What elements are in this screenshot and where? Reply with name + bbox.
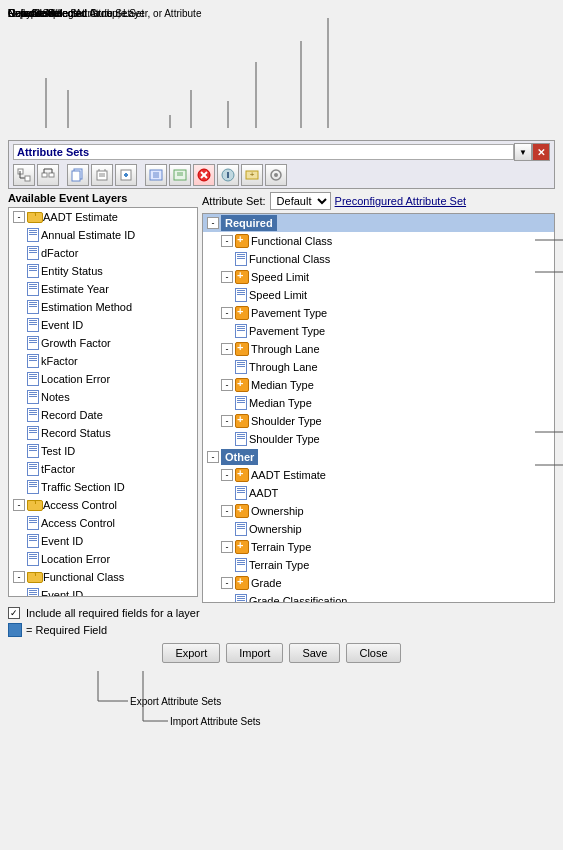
legend-row: = Required Field	[8, 623, 555, 637]
doc-icon	[235, 432, 247, 446]
item-label: Terrain Type	[251, 539, 311, 555]
list-item[interactable]: - Median Type	[203, 376, 554, 394]
list-item[interactable]: Record Status	[9, 424, 197, 442]
expand-icon[interactable]: -	[221, 541, 233, 553]
group-title-label: Required	[221, 215, 277, 231]
list-item[interactable]: - Shoulder Type	[203, 412, 554, 430]
expand-icon[interactable]: -	[221, 415, 233, 427]
remove-group-layer-button[interactable]	[193, 164, 215, 186]
expand-icon[interactable]: -	[13, 211, 25, 223]
expand-icon[interactable]: -	[221, 379, 233, 391]
doc-icon	[27, 408, 39, 422]
list-item[interactable]: Event ID	[9, 586, 197, 597]
expand-icon[interactable]: -	[221, 271, 233, 283]
list-item[interactable]: Growth Factor	[9, 334, 197, 352]
list-item[interactable]: - Other	[203, 448, 554, 466]
list-item[interactable]: Speed Limit	[203, 286, 554, 304]
item-label: Record Date	[41, 407, 103, 423]
expand-icon[interactable]: -	[221, 343, 233, 355]
include-checkbox[interactable]: ✓	[8, 607, 20, 619]
list-item[interactable]: - Required	[203, 214, 554, 232]
list-item[interactable]: - Functional Class	[9, 568, 197, 586]
btn6[interactable]	[169, 164, 191, 186]
attr-icon	[235, 504, 249, 518]
expand-icon[interactable]: -	[207, 451, 219, 463]
list-item[interactable]: Pavement Type	[203, 322, 554, 340]
item-label: dFactor	[41, 245, 78, 261]
list-item[interactable]: Terrain Type	[203, 556, 554, 574]
right-tree[interactable]: - Required - Functional Class Functional…	[202, 213, 555, 603]
list-item[interactable]: - Pavement Type	[203, 304, 554, 322]
expand-icon[interactable]: -	[13, 499, 25, 511]
collapse-all-button[interactable]	[37, 164, 59, 186]
list-item[interactable]: Location Error	[9, 370, 197, 388]
list-item[interactable]: - Access Control	[9, 496, 197, 514]
doc-icon	[27, 246, 39, 260]
attr-set-header: Attribute Set: Default Preconfigured Att…	[202, 192, 555, 210]
folder-icon	[27, 500, 41, 511]
expand-icon[interactable]: -	[221, 505, 233, 517]
import-button[interactable]: Import	[226, 643, 283, 663]
preconfigured-link[interactable]: Preconfigured Attribute Set	[335, 195, 466, 207]
item-label: Growth Factor	[41, 335, 111, 351]
copy-attr-set-button[interactable]	[67, 164, 89, 186]
export-button[interactable]: Export	[162, 643, 220, 663]
list-item[interactable]: Shoulder Type	[203, 430, 554, 448]
toolbar-dropdown-btn[interactable]: ▼	[514, 143, 532, 161]
expand-icon[interactable]: -	[207, 217, 219, 229]
item-label: Estimate Year	[41, 281, 109, 297]
attr-set-select[interactable]: Default	[270, 192, 331, 210]
list-item[interactable]: - AADT Estimate	[9, 208, 197, 226]
list-item[interactable]: Access Control	[9, 514, 197, 532]
close-button[interactable]: Close	[346, 643, 400, 663]
expand-icon[interactable]: -	[221, 469, 233, 481]
new-group-button[interactable]: +	[241, 164, 263, 186]
default-settings-button[interactable]	[265, 164, 287, 186]
new-attr-set-button[interactable]	[115, 164, 137, 186]
list-item[interactable]: dFactor	[9, 244, 197, 262]
list-item[interactable]: Traffic Section ID	[9, 478, 197, 496]
list-item[interactable]: kFactor	[9, 352, 197, 370]
list-item[interactable]: Event ID	[9, 316, 197, 334]
expand-icon[interactable]: -	[221, 307, 233, 319]
list-item[interactable]: Event ID	[9, 532, 197, 550]
list-item[interactable]: Estimation Method	[9, 298, 197, 316]
expand-icon[interactable]: -	[221, 235, 233, 247]
item-label: Access Control	[43, 497, 117, 513]
expand-all-button[interactable]	[13, 164, 35, 186]
attr-icon	[235, 234, 249, 248]
list-item[interactable]: - Through Lane	[203, 340, 554, 358]
item-label: AADT	[249, 485, 278, 501]
list-item[interactable]: Record Date	[9, 406, 197, 424]
list-item[interactable]: - Speed Limit	[203, 268, 554, 286]
list-item[interactable]: - Functional Class	[203, 232, 554, 250]
doc-icon	[235, 558, 247, 572]
list-item[interactable]: - Grade	[203, 574, 554, 592]
list-item[interactable]: Entity Status	[9, 262, 197, 280]
list-item[interactable]: Through Lane	[203, 358, 554, 376]
list-item[interactable]: Test ID	[9, 442, 197, 460]
expand-icon[interactable]: -	[221, 577, 233, 589]
list-item[interactable]: tFactor	[9, 460, 197, 478]
list-item[interactable]: Annual Estimate ID	[9, 226, 197, 244]
list-item[interactable]: Median Type	[203, 394, 554, 412]
item-label: Speed Limit	[249, 287, 307, 303]
list-item[interactable]: Grade Classification	[203, 592, 554, 603]
list-item[interactable]: Notes	[9, 388, 197, 406]
btn8[interactable]	[217, 164, 239, 186]
list-item[interactable]: - AADT Estimate	[203, 466, 554, 484]
list-item[interactable]: AADT	[203, 484, 554, 502]
list-item[interactable]: - Terrain Type	[203, 538, 554, 556]
expand-icon[interactable]: -	[13, 571, 25, 583]
btn5[interactable]	[145, 164, 167, 186]
save-button[interactable]: Save	[289, 643, 340, 663]
list-item[interactable]: Location Error	[9, 550, 197, 568]
toolbar-close-btn[interactable]: ✕	[532, 143, 550, 161]
item-label: Functional Class	[249, 251, 330, 267]
left-tree[interactable]: - AADT Estimate Annual Estimate ID dFact…	[8, 207, 198, 597]
remove-attr-set-button[interactable]	[91, 164, 113, 186]
list-item[interactable]: Ownership	[203, 520, 554, 538]
list-item[interactable]: Functional Class	[203, 250, 554, 268]
list-item[interactable]: Estimate Year	[9, 280, 197, 298]
list-item[interactable]: - Ownership	[203, 502, 554, 520]
